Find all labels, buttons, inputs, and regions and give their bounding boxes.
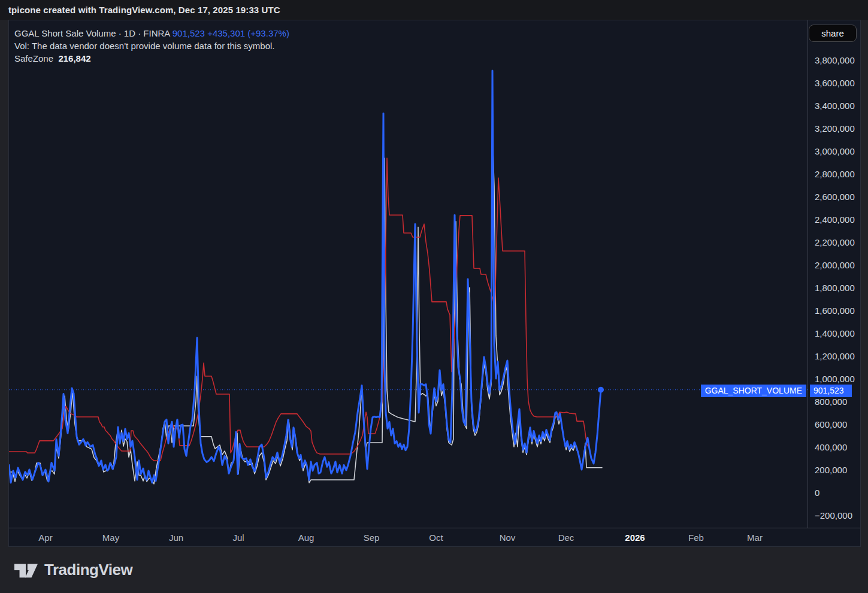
chart-body[interactable]: GGAL Short Sale Volume · 1D · FINRA 901,…	[9, 20, 860, 528]
y-axis-label: 2,600,000	[815, 192, 855, 202]
tradingview-brand-text: TradingView	[44, 561, 132, 579]
attribution-bar: tpicone created with TradingView.com, De…	[0, 0, 868, 20]
x-axis-label-mar: Mar	[747, 533, 763, 543]
y-axis-label: 800,000	[815, 397, 847, 407]
y-axis-label: 2,800,000	[815, 169, 855, 179]
y-axis-label: 1,600,000	[815, 305, 855, 316]
safezone-label[interactable]: SafeZone	[14, 53, 53, 63]
x-axis-label-dec: Dec	[558, 533, 574, 543]
y-axis-label: 0	[815, 488, 819, 498]
y-axis-label: 1,800,000	[815, 283, 855, 293]
page: { "topbar": { "attribution": "tpicone cr…	[0, 0, 868, 593]
tradingview-logo[interactable]: TradingView	[13, 559, 132, 582]
x-axis-label-oct: Oct	[429, 533, 443, 543]
y-axis-label: 600,000	[815, 419, 847, 429]
series-line-ggal-short-volume	[9, 71, 601, 483]
time-axis[interactable]: AprMayJunJulAugSepOctNovDec2026FebMar	[9, 528, 860, 546]
series-name-badge: GGAL_SHORT_VOLUME	[701, 385, 806, 397]
x-axis-label-apr: Apr	[38, 533, 52, 543]
safezone-value: 216,842	[58, 53, 90, 63]
x-axis-label-jul: Jul	[232, 533, 244, 543]
x-axis-label-sep: Sep	[364, 533, 380, 543]
chart-plot-area[interactable]: GGAL Short Sale Volume · 1D · FINRA 901,…	[9, 20, 807, 528]
y-axis-label: −200,000	[815, 510, 852, 521]
last-bar-dot	[598, 387, 604, 393]
x-axis-label-may: May	[102, 533, 119, 543]
series-line-safezone-stop-red-	[9, 158, 588, 461]
y-axis-label: 3,200,000	[815, 123, 855, 134]
y-axis-label: 3,800,000	[815, 55, 855, 65]
y-axis-label: 2,000,000	[815, 260, 855, 270]
y-axis-label: 3,600,000	[815, 78, 855, 88]
x-axis-label-2026: 2026	[625, 533, 645, 543]
y-axis-label: 1,200,000	[815, 351, 855, 361]
chart-widget: GGAL Short Sale Volume · 1D · FINRA 901,…	[8, 20, 861, 547]
last-value: 901,523	[173, 28, 205, 38]
y-axis-label: 200,000	[815, 465, 847, 475]
symbol-title[interactable]: GGAL Short Sale Volume · 1D · FINRA	[14, 28, 170, 38]
x-axis-label-aug: Aug	[298, 533, 314, 543]
y-axis-label: 3,000,000	[815, 146, 855, 156]
price-scale[interactable]: 3,800,0003,600,0003,400,0003,200,0003,00…	[807, 20, 860, 528]
y-axis-label: 2,200,000	[815, 237, 855, 247]
chart-legend: GGAL Short Sale Volume · 1D · FINRA 901,…	[14, 27, 289, 65]
share-button[interactable]: share	[809, 25, 857, 42]
chart-canvas[interactable]	[9, 20, 807, 528]
attribution-text: tpicone created with TradingView.com, De…	[8, 5, 280, 15]
y-axis-label: 1,000,000	[815, 374, 855, 384]
y-axis-label: 2,400,000	[815, 214, 855, 225]
x-axis-label-jun: Jun	[169, 533, 183, 543]
footer: TradingView	[0, 547, 868, 593]
tradingview-logo-icon	[13, 559, 38, 582]
x-axis-label-feb: Feb	[688, 533, 704, 543]
y-axis-label: 400,000	[815, 442, 847, 452]
current-price-badge: 901,523	[810, 385, 852, 397]
volume-note: Vol: The data vendor doesn't provide vol…	[14, 41, 275, 51]
x-axis-label-nov: Nov	[500, 533, 516, 543]
y-axis-label: 1,400,000	[815, 328, 855, 338]
y-axis-label: 3,400,000	[815, 101, 855, 111]
change-value: +435,301 (+93.37%)	[207, 28, 289, 38]
